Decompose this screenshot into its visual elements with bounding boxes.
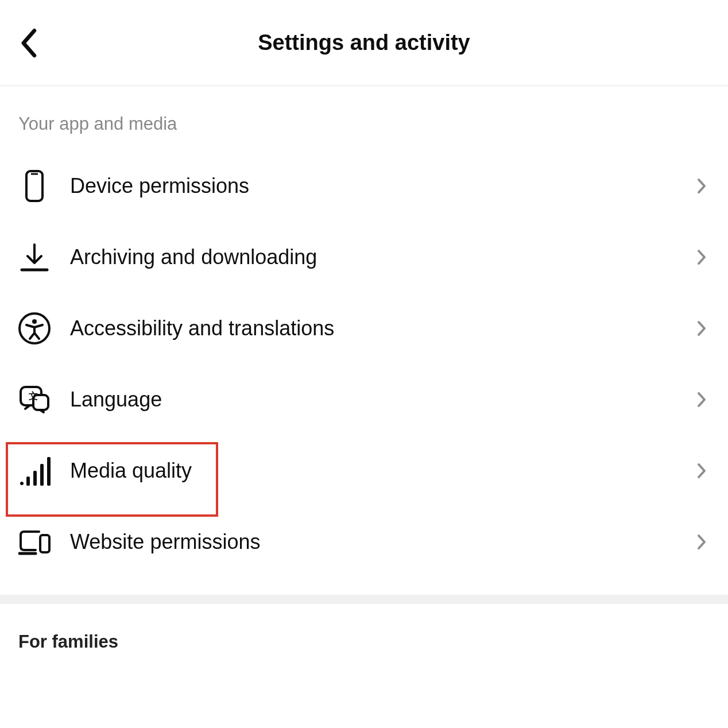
download-icon bbox=[18, 241, 51, 273]
section-divider bbox=[0, 595, 728, 604]
svg-rect-11 bbox=[33, 471, 37, 486]
section-for-families: For families bbox=[0, 604, 728, 652]
devices-icon bbox=[18, 526, 51, 558]
chevron-right-icon bbox=[694, 178, 710, 194]
item-label: Media quality bbox=[51, 459, 694, 483]
chevron-right-icon bbox=[694, 463, 710, 479]
header-bar: Settings and activity bbox=[0, 0, 728, 86]
chevron-right-icon bbox=[694, 249, 710, 265]
svg-rect-15 bbox=[40, 535, 49, 552]
page-title: Settings and activity bbox=[14, 30, 714, 55]
section-your-app-and-media: Your app and media Device permissions Ar… bbox=[0, 86, 728, 578]
svg-rect-0 bbox=[26, 171, 42, 201]
settings-item-website-permissions[interactable]: Website permissions bbox=[0, 506, 728, 578]
item-label: Language bbox=[51, 388, 694, 412]
settings-item-media-quality[interactable]: Media quality bbox=[0, 435, 728, 506]
settings-item-archiving-downloading[interactable]: Archiving and downloading bbox=[0, 222, 728, 293]
chevron-right-icon bbox=[694, 392, 710, 408]
language-icon: 文 bbox=[18, 384, 51, 416]
section-header-for-families: For families bbox=[18, 632, 710, 652]
svg-rect-10 bbox=[26, 477, 30, 486]
item-label: Website permissions bbox=[51, 530, 694, 554]
settings-item-language[interactable]: 文 Language bbox=[0, 364, 728, 435]
svg-text:文: 文 bbox=[28, 391, 38, 401]
svg-rect-12 bbox=[40, 464, 44, 486]
section-header-your-app-and-media: Your app and media bbox=[0, 114, 728, 150]
settings-item-accessibility-translations[interactable]: Accessibility and translations bbox=[0, 293, 728, 364]
item-label: Archiving and downloading bbox=[51, 245, 694, 269]
svg-point-9 bbox=[20, 482, 24, 485]
svg-point-5 bbox=[32, 319, 37, 324]
accessibility-icon bbox=[18, 312, 51, 344]
bars-icon bbox=[18, 455, 51, 487]
item-label: Device permissions bbox=[51, 174, 694, 198]
phone-icon bbox=[18, 170, 51, 202]
chevron-right-icon bbox=[694, 534, 710, 550]
chevron-right-icon bbox=[694, 320, 710, 336]
item-label: Accessibility and translations bbox=[51, 316, 694, 340]
settings-item-device-permissions[interactable]: Device permissions bbox=[0, 150, 728, 222]
